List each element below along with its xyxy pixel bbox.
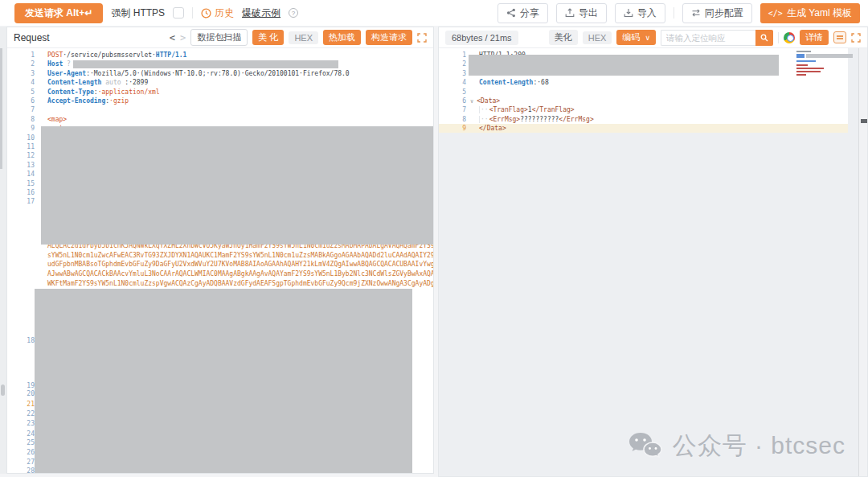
line-number: 27 [7,458,35,467]
fullscreen-icon[interactable] [417,33,427,43]
fullscreen-icon[interactable] [851,33,861,43]
response-header: 68bytes / 21ms 美化 HEX 编码 ∨ 详情 [439,27,867,48]
line-number: 7 [7,105,35,114]
force-https-checkbox[interactable] [173,7,184,19]
scrollbar-thumb[interactable] [0,48,2,169]
code-line: Content-Type:·application/xml [47,88,160,97]
line-number: 25 [7,438,35,447]
response-editor[interactable]: 123456789HTTP/1.1·200Content-Length:·68∨… [439,48,867,476]
code-token: <Data> [477,97,500,105]
import-label: 导入 [637,6,657,20]
line-number: 9 [439,124,466,133]
sync-config-button[interactable]: 同步配置 [682,3,752,23]
force-https-label: 强制 HTTPS [111,6,165,20]
code-token: HTTP/1.1 [156,51,187,59]
code-token: </TranFlag> [532,106,575,113]
line-number: 4 [439,78,466,87]
help-icon[interactable]: ? [289,8,298,18]
send-request-button[interactable]: 发送请求 Alt+↵ [14,3,103,23]
code-token: </ErrMsg> [559,116,593,123]
beautify-button[interactable]: 美 化 [252,30,284,45]
line-number: 28 [7,467,35,473]
code-token: <map> [47,116,67,123]
export-button[interactable]: 导出 [556,3,607,23]
chevron-down-icon: ∨ [645,34,650,42]
line-number: 3 [439,69,466,78]
divider [778,32,779,43]
code-line: Accept-Encoding:·gzip [47,97,129,105]
import-button[interactable]: 导入 [615,3,665,23]
code-token: ·gzip [109,97,129,105]
response-beautify-button[interactable]: 美化 [549,30,578,45]
code-line: Host ? [47,60,338,68]
wechat-icon [628,432,663,461]
response-hex-button[interactable]: HEX [583,31,612,44]
attack-example-label: 爆破示例 [242,6,280,20]
line-number: 18 [7,336,35,345]
code-line: POST·/service/pubsmsservlet·HTTP/1.1 [47,51,186,60]
line-number: 16 [7,188,35,197]
search-button[interactable] [755,30,773,46]
response-stats-badge: 68bytes / 21ms [445,31,518,45]
redaction-box [469,55,779,76]
line-number: 1 [7,51,35,60]
line-number: 11 [7,142,35,151]
wrapped-payload-text: ALQLAC2d1dFbyb5b1cnK5AQNWkLXqYXZHL2XnbWc… [47,241,433,289]
open-in-browser-icon[interactable] [784,32,795,43]
code-token: <ErrMsg> [489,116,521,123]
line-number: 24 [7,430,35,438]
request-panel: Request < > 数据包扫描 美 化 HEX 热加载 构造请求 12345… [6,27,434,474]
line-number: 1 [439,51,466,60]
send-request-label: 发送请求 Alt+↵ [25,6,92,20]
search-input[interactable] [661,30,755,46]
share-label: 分享 [520,6,539,20]
request-editor[interactable]: 1234567891011121314151617181920212223242… [7,48,433,473]
line-number: 8 [7,115,35,124]
code-token: :·2899 [125,79,148,86]
code-token: :·68 [533,79,548,86]
line-number: 3 [7,69,35,78]
history-button[interactable]: 历史 [201,6,234,20]
comment-icon[interactable] [833,31,846,43]
code-token: ∨ [470,98,473,105]
history-forward-button[interactable]: > [180,32,186,43]
encode-dropdown[interactable]: 编码 ∨ [616,30,656,45]
editor-scrollbar[interactable] [858,48,867,476]
hex-button[interactable]: HEX [289,31,318,44]
redaction-box [35,289,412,473]
code-line: ··<ErrMsg>??????????</ErrMsg> [479,115,594,124]
watermark: 公众号 · btcsec [628,430,845,463]
response-panel: 68bytes / 21ms 美化 HEX 编码 ∨ 详情 [438,27,868,477]
detail-button[interactable]: 详情 [800,30,829,45]
scrollbar-thumb[interactable] [861,119,867,123]
hot-reload-button[interactable]: 热加载 [323,30,361,45]
line-number: 26 [7,448,35,457]
code-token: Content-Length [479,79,533,86]
redaction-inline [73,60,338,68]
code-token: auto [101,79,125,86]
line-number: 2 [439,60,466,68]
packet-scan-button[interactable]: 数据包扫描 [190,29,248,46]
share-button[interactable]: 分享 [497,3,548,23]
attack-example-link[interactable]: 爆破示例 [242,6,280,20]
code-brackets-icon: </> [768,9,783,18]
line-number: 5 [439,88,466,97]
divider [674,7,674,19]
redaction-box [41,126,433,245]
encode-label: 编码 [622,32,640,42]
divider [192,7,193,19]
sync-config-label: 同步配置 [705,6,743,20]
left-scroll-strip[interactable] [0,27,6,474]
code-token: ? [63,60,71,68]
line-number: 15 [7,179,35,188]
scrollbar-thumb[interactable] [1,384,5,396]
line-number: 7 [439,105,466,114]
line-number: 23 [7,419,35,428]
construct-request-button[interactable]: 构造请求 [366,30,412,45]
code-token: ·/service/pubsmsservlet· [63,51,156,59]
generate-yaml-button[interactable]: </> 生成 Yaml 模板 [760,3,860,23]
line-number: 4 [7,78,35,87]
minimap[interactable] [796,50,856,84]
code-line: <map> [47,115,67,124]
history-back-button[interactable]: < [170,32,175,43]
